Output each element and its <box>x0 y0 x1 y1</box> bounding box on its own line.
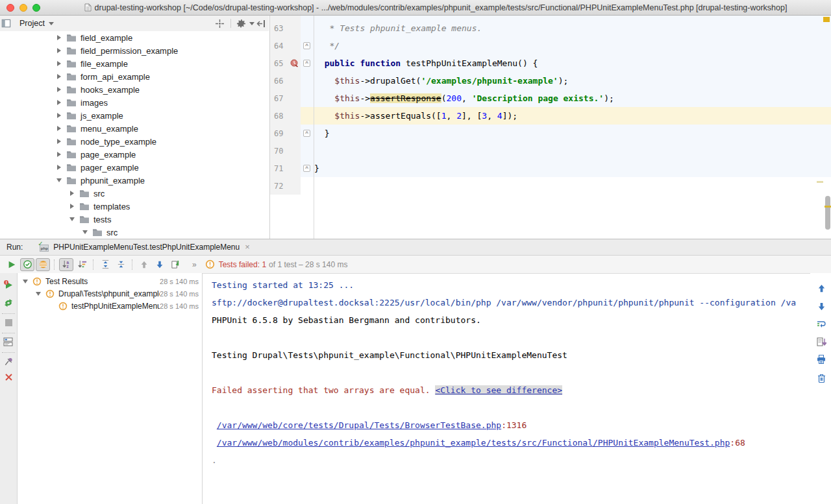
chevron-down-icon[interactable] <box>34 292 42 296</box>
down-stack-trace-icon[interactable] <box>815 300 827 312</box>
import-test-results-button[interactable] <box>168 258 182 271</box>
project-tree-item-field_example[interactable]: field_example <box>0 31 269 44</box>
gutter[interactable]: 66 <box>270 72 301 90</box>
zoom-window-button[interactable] <box>32 4 40 12</box>
code-text[interactable]: */ <box>313 37 831 54</box>
restore-layout-icon[interactable] <box>3 337 14 347</box>
gutter[interactable]: 68 <box>270 107 301 125</box>
toolbar-overflow-chevron[interactable]: » <box>192 260 197 269</box>
project-tree-item-page_example[interactable]: page_example <box>0 148 269 161</box>
close-panel-icon[interactable] <box>3 372 14 382</box>
code-line-68[interactable]: 68 $this->assertEquals([1, 2], [3, 4]); <box>270 107 831 125</box>
project-tree-item-images[interactable]: images <box>0 96 269 109</box>
project-tree-item-hooks_example[interactable]: hooks_example <box>0 83 269 96</box>
previous-failed-test-button[interactable] <box>137 258 151 271</box>
chevron-right-icon[interactable] <box>55 61 63 66</box>
code-line-63[interactable]: 63 * Tests phpunit_example menus. <box>270 19 831 37</box>
chevron-right-icon[interactable] <box>55 35 63 40</box>
project-tree-item-menu_example[interactable]: menu_example <box>0 122 269 135</box>
test-tree-item[interactable]: Test Results28 s 140 ms <box>18 275 202 287</box>
code-text[interactable]: } <box>313 160 831 177</box>
stop-icon[interactable] <box>3 317 14 328</box>
fold-marker-icon[interactable]: ^ <box>303 60 310 67</box>
code-text[interactable]: * Tests phpunit_example menus. <box>313 19 831 37</box>
gutter[interactable]: 64 <box>270 37 301 54</box>
code-text[interactable] <box>313 142 831 160</box>
test-failed-gutter-icon[interactable] <box>290 59 299 67</box>
pin-tab-icon[interactable] <box>3 356 14 366</box>
soft-wrap-icon[interactable] <box>815 318 827 330</box>
expand-all-button[interactable] <box>98 258 112 271</box>
gutter[interactable]: 65 <box>270 54 301 72</box>
chevron-right-icon[interactable] <box>55 126 63 131</box>
rerun-failed-tests-icon[interactable] <box>3 280 14 290</box>
error-stripe-indicator[interactable] <box>823 17 830 22</box>
chevron-down-icon[interactable] <box>55 178 63 182</box>
chevron-down-icon[interactable] <box>21 280 29 283</box>
clear-all-icon[interactable] <box>815 372 827 384</box>
project-tree-item-src[interactable]: src <box>0 226 269 239</box>
chevron-right-icon[interactable] <box>68 204 76 209</box>
project-tree-item-tests[interactable]: tests <box>0 213 269 226</box>
chevron-right-icon[interactable] <box>55 48 63 53</box>
print-icon[interactable] <box>815 354 827 365</box>
gutter[interactable]: 69 <box>270 125 301 142</box>
run-tab[interactable]: php✓ PHPUnitExampleMenuTest.testPhpUnitE… <box>33 239 254 255</box>
chevron-right-icon[interactable] <box>55 74 63 79</box>
test-tree-item[interactable]: testPhpUnitExampleMenu28 s 140 ms <box>18 300 202 312</box>
rerun-button[interactable] <box>5 258 19 271</box>
console-link[interactable]: /var/www/web/modules/contrib/examples/ph… <box>217 438 730 448</box>
warning-stripe-mark[interactable] <box>825 206 831 208</box>
chevron-down-icon[interactable] <box>81 230 89 234</box>
up-stack-trace-icon[interactable] <box>815 282 827 294</box>
project-tree-item-pager_example[interactable]: pager_example <box>0 161 269 174</box>
code-line-71[interactable]: 71^} <box>270 160 831 177</box>
code-text[interactable]: } <box>313 125 831 142</box>
project-tree-item-src[interactable]: src <box>0 187 269 200</box>
show-passed-button[interactable] <box>20 258 34 271</box>
hide-panel-icon[interactable] <box>254 18 267 29</box>
code-text[interactable]: $this->assertEquals([1, 2], [3, 4]); <box>313 107 831 125</box>
scroll-to-end-icon[interactable] <box>815 336 827 348</box>
chevron-right-icon[interactable] <box>55 113 63 118</box>
gutter[interactable]: 63 <box>270 19 301 37</box>
gear-icon[interactable] <box>234 18 247 29</box>
fold-marker-icon[interactable]: ^ <box>303 130 310 137</box>
code-line-69[interactable]: 69^ } <box>270 125 831 142</box>
project-tree-item-phpunit_example[interactable]: phpunit_example <box>0 174 269 187</box>
gutter[interactable]: 67 <box>270 90 301 107</box>
chevron-right-icon[interactable] <box>55 87 63 92</box>
project-tree-item-file_example[interactable]: file_example <box>0 57 269 70</box>
chevron-right-icon[interactable] <box>55 152 63 157</box>
project-tree-item-templates[interactable]: templates <box>0 200 269 213</box>
close-window-button[interactable] <box>6 4 14 12</box>
sort-by-duration-button[interactable] <box>75 258 89 271</box>
code-text[interactable]: $this->drupalGet('/examples/phpunit-exam… <box>313 72 831 90</box>
console-link[interactable]: /var/www/web/core/tests/Drupal/Tests/Bro… <box>217 420 501 430</box>
code-text[interactable] <box>313 177 831 195</box>
chevron-right-icon[interactable] <box>55 165 63 170</box>
collapse-all-button[interactable] <box>114 258 128 271</box>
code-line-67[interactable]: 67 $this->assertResponse(200, 'Descripti… <box>270 90 831 107</box>
code-line-65[interactable]: 65^ public function testPhpUnitExampleMe… <box>270 54 831 72</box>
project-tree-item-js_example[interactable]: js_example <box>0 109 269 122</box>
console-link[interactable]: <Click to see difference> <box>435 385 562 395</box>
code-editor[interactable]: 63 * Tests phpunit_example menus.64^ */6… <box>269 16 831 239</box>
chevron-right-icon[interactable] <box>68 191 76 196</box>
minimize-window-button[interactable] <box>19 4 27 12</box>
rerun-auto-test-icon[interactable] <box>3 298 14 308</box>
gutter[interactable]: 72 <box>270 177 301 195</box>
scroll-from-source-icon[interactable] <box>213 18 226 29</box>
project-tree-item-field_permission_example[interactable]: field_permission_example <box>0 44 269 57</box>
project-tree-item-node_type_example[interactable]: node_type_example <box>0 135 269 148</box>
chevron-right-icon[interactable] <box>55 100 63 105</box>
code-line-66[interactable]: 66 $this->drupalGet('/examples/phpunit-e… <box>270 72 831 90</box>
next-failed-test-button[interactable] <box>153 258 167 271</box>
close-tab-icon[interactable]: × <box>245 243 250 251</box>
sort-alphabetically-button[interactable]: az <box>59 258 73 271</box>
fold-marker-icon[interactable]: ^ <box>303 42 310 49</box>
show-ignored-button[interactable] <box>36 258 50 271</box>
code-text[interactable]: $this->assertResponse(200, 'Description … <box>313 90 831 107</box>
test-tree-item[interactable]: Drupal\Tests\phpunit_example\Functional\… <box>18 287 202 300</box>
chevron-right-icon[interactable] <box>55 139 63 144</box>
